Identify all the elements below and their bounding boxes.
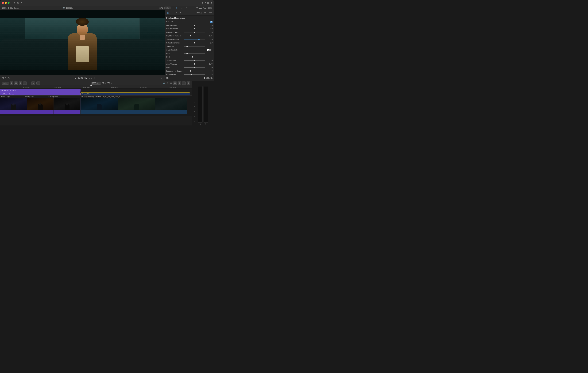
inspector-video-icon[interactable]: ▭ xyxy=(180,6,183,10)
grain-thumb[interactable] xyxy=(194,67,195,68)
view-button[interactable]: View xyxy=(164,7,171,9)
timeline-zoom-icon[interactable]: ↔ xyxy=(182,82,186,85)
param-name-dust: Dust xyxy=(166,56,184,58)
inspector-info-tab[interactable]: ℹ xyxy=(179,11,182,14)
param-slider-brightness-variance[interactable] xyxy=(184,36,205,36)
layout-icon[interactable]: ▦ xyxy=(207,2,209,4)
pause-icon[interactable]: ⏸ xyxy=(94,77,96,79)
video-clip-3[interactable] xyxy=(54,98,81,114)
scratch-color-swatch[interactable] xyxy=(207,49,210,51)
grain-value: 0 xyxy=(205,66,212,68)
tool-select-icon[interactable]: ↖ xyxy=(5,77,7,79)
timeline-list-view-icon[interactable]: ⊞ xyxy=(14,82,18,85)
inspector-body[interactable]: Published Parameters Bad Film ✓ Focus Am… xyxy=(165,15,214,81)
focus-variance-thumb[interactable] xyxy=(194,28,195,29)
audio-solo-icon[interactable]: 🎚 xyxy=(167,82,169,84)
grid-icon[interactable]: ⊞ xyxy=(202,2,203,4)
list-icon[interactable]: ≡ xyxy=(205,2,206,4)
play-button[interactable]: ▶ xyxy=(75,77,76,79)
timeline-format[interactable]: 1080 25p xyxy=(91,82,101,85)
param-row-scratch-color: ▶ Scratch Color ▼ xyxy=(165,48,214,52)
param-slider-jitter-amount[interactable] xyxy=(184,60,205,61)
video-container[interactable] xyxy=(0,10,165,75)
timeline-clip-view-icon[interactable]: ⊟ xyxy=(10,82,13,85)
inspector-params-icon[interactable]: ◫ xyxy=(175,6,178,10)
timeline-roles-icon[interactable]: ⊡ xyxy=(178,82,181,85)
param-slider-saturate-amount[interactable] xyxy=(184,39,205,40)
saturate-amount-thumb[interactable] xyxy=(198,39,200,40)
audio-mute-icon[interactable]: 🔈 xyxy=(163,82,166,84)
minimize-button[interactable] xyxy=(5,2,7,4)
effect-clip-vintage-film-custom[interactable]: Vintage Film – Custom xyxy=(0,89,81,92)
mix-thumb[interactable] xyxy=(204,77,205,79)
param-slider-random-seed[interactable] xyxy=(184,74,205,75)
timeline-select-tool[interactable]: ↖ xyxy=(31,82,35,85)
saturate-amount-fill xyxy=(184,39,199,40)
hairs-thumb[interactable] xyxy=(187,53,188,54)
video-clip-2[interactable] xyxy=(27,98,54,114)
effect-clip-no-effect-custom[interactable]: No Effect – Custom xyxy=(0,92,81,95)
effect-clip-vintage-film[interactable]: Vintage Film xyxy=(81,92,190,95)
param-slider-focus-variance[interactable] xyxy=(184,29,205,29)
timeline-waveform-icon[interactable]: ⊡ xyxy=(19,82,22,85)
param-slider-saturate-variance[interactable] xyxy=(184,43,205,43)
inspector-params-tab[interactable]: ◫ xyxy=(166,11,170,14)
jitter-amount-thumb[interactable] xyxy=(194,60,195,61)
timeline-prev-button[interactable]: ‹ xyxy=(89,82,89,84)
brightness-variance-thumb[interactable] xyxy=(190,35,191,36)
video-clip-5[interactable] xyxy=(118,98,155,114)
random-seed-thumb[interactable] xyxy=(191,74,192,75)
param-slider-scratches[interactable] xyxy=(184,46,205,46)
param-row-dust: Dust 4 xyxy=(165,55,214,59)
checkmark-circle-icon[interactable]: ✓ xyxy=(21,2,22,4)
headphone-icon[interactable]: 🎧 xyxy=(170,82,172,84)
download-icon[interactable]: ⬇ xyxy=(13,2,15,4)
jitter-variance-track xyxy=(184,64,205,64)
fullscreen-button[interactable]: ⤢ xyxy=(161,77,163,79)
inspector-video-tab[interactable]: ▭ xyxy=(170,11,174,14)
param-slider-mix[interactable] xyxy=(184,78,205,78)
maximize-button[interactable] xyxy=(8,2,10,4)
frequency-of-change-fill xyxy=(184,71,190,71)
param-slider-jitter-variance[interactable] xyxy=(184,64,205,64)
saturate-variance-thumb[interactable] xyxy=(194,42,195,43)
ruler-mark-60: 00:01:00:00 xyxy=(169,86,176,88)
param-slider-grain[interactable] xyxy=(184,67,205,68)
video-clip-1[interactable] xyxy=(0,98,27,114)
scratch-color-dropdown-icon[interactable]: ▼ xyxy=(211,49,212,51)
timeline-settings-icon[interactable]: ≡ xyxy=(23,82,27,85)
timeline-tracks-area[interactable]: Vintage Film – Custom No Effect – Custom… xyxy=(0,88,192,126)
param-slider-brightness-amount[interactable] xyxy=(184,32,205,32)
monitor-select-icon[interactable]: ⊡ xyxy=(2,77,4,79)
timeline-clip-connections-icon[interactable]: ⊟ xyxy=(173,82,177,85)
timeline-overflow-icon[interactable]: ⊞ xyxy=(187,82,190,85)
timeline-index-button[interactable]: Index xyxy=(2,82,9,85)
dust-thumb[interactable] xyxy=(192,56,193,58)
video-clip-4[interactable] xyxy=(81,98,118,114)
param-slider-frequency-of-change[interactable] xyxy=(184,71,205,71)
close-button[interactable] xyxy=(2,2,4,4)
transport-time-start: 00:00 xyxy=(78,77,83,79)
param-row-jitter-amount: Jitter Amount 0 xyxy=(165,59,214,62)
share-icon[interactable]: ⬆ xyxy=(210,2,212,4)
inspector-info-icon[interactable]: ℹ xyxy=(190,6,194,10)
param-slider-dust[interactable] xyxy=(184,57,205,57)
meter-label-0: 0 xyxy=(194,92,196,93)
bad-film-checkbox[interactable]: ✓ xyxy=(210,21,212,23)
disclosure-arrow-icon[interactable]: ▶ xyxy=(166,49,167,51)
timeline-blade-tool[interactable]: ✂ xyxy=(36,82,40,85)
inspector-filter-icon[interactable]: ▿ xyxy=(185,6,189,10)
scratches-thumb[interactable] xyxy=(187,46,188,47)
inspector-filter-tab[interactable]: ▿ xyxy=(175,11,178,14)
key-icon[interactable]: ⚿ xyxy=(17,2,19,4)
param-slider-focus-amount[interactable] xyxy=(184,25,205,25)
jitter-variance-thumb[interactable] xyxy=(194,63,195,64)
brightness-amount-thumb[interactable] xyxy=(194,32,195,33)
blade-tool-icon[interactable]: ◷ xyxy=(8,77,10,79)
frequency-of-change-thumb[interactable] xyxy=(190,70,191,72)
timeline-next-button[interactable]: › xyxy=(114,82,115,84)
param-slider-hairs[interactable] xyxy=(184,53,205,53)
focus-amount-thumb[interactable] xyxy=(194,25,195,26)
video-clip-6[interactable] xyxy=(155,98,187,114)
titlebar: ⬇ ⚿ ✓ ⊞ ≡ ▦ ⬆ xyxy=(0,0,214,6)
